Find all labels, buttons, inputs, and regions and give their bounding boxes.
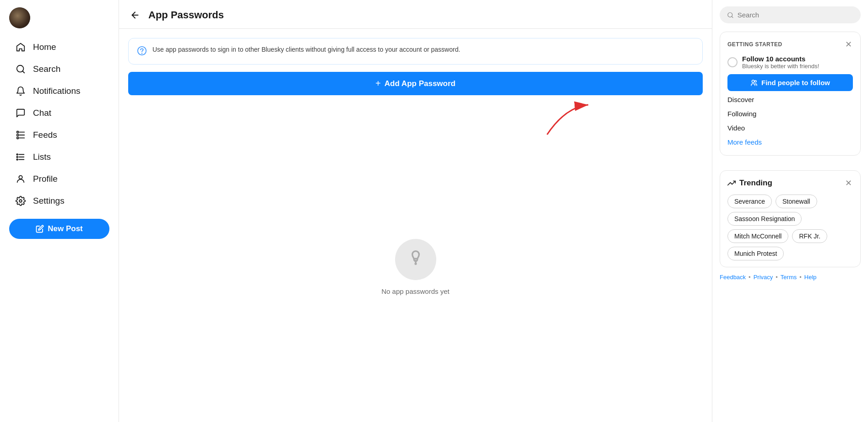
svg-point-9 [16, 157, 18, 158]
page-header: App Passwords [119, 0, 712, 29]
search-input[interactable] [738, 11, 853, 19]
svg-line-1 [22, 71, 24, 73]
follow-title: Follow 10 accounts [742, 55, 819, 63]
feed-links: Discover Following Video More feeds [727, 93, 853, 149]
tag-munich-protest[interactable]: Munich Protest [727, 247, 784, 260]
progress-circle [727, 57, 738, 67]
info-box: Use app passwords to sign in to other Bl… [128, 38, 703, 65]
find-people-button[interactable]: Find people to follow [727, 74, 853, 91]
left-sidebar: Home Search Notifications Chat [0, 0, 119, 422]
page-body: Use app passwords to sign in to other Bl… [119, 29, 712, 422]
svg-rect-6 [17, 137, 19, 139]
right-sidebar: GETTING STARTED ✕ Follow 10 accounts Blu… [712, 0, 868, 422]
getting-started-header: GETTING STARTED ✕ [727, 38, 853, 50]
home-icon [15, 41, 27, 53]
add-app-password-button[interactable]: + Add App Password [128, 72, 703, 95]
close-icon: ✕ [845, 39, 852, 49]
trending-title-row: Trending [727, 179, 772, 188]
tag-mitch-mcconnell[interactable]: Mitch McConnell [727, 229, 788, 243]
settings-icon [15, 195, 27, 207]
footer-links: Feedback • Privacy • Terms • Help [720, 274, 861, 281]
find-people-icon [750, 79, 758, 87]
follow-progress: Follow 10 accounts Bluesky is better wit… [727, 55, 853, 70]
svg-point-17 [142, 53, 142, 54]
getting-started-close-button[interactable]: ✕ [844, 38, 853, 50]
footer-link-feedback[interactable]: Feedback [720, 274, 746, 281]
search-box-icon [727, 11, 734, 19]
empty-state: No app passwords yet [128, 103, 703, 413]
back-button[interactable] [128, 8, 142, 22]
footer-link-terms[interactable]: Terms [781, 274, 797, 281]
footer-link-privacy[interactable]: Privacy [754, 274, 773, 281]
sidebar-item-notifications[interactable]: Notifications [9, 81, 109, 102]
empty-icon [395, 239, 436, 280]
find-people-label: Find people to follow [761, 79, 830, 87]
svg-point-14 [19, 176, 22, 179]
search-icon [15, 63, 27, 75]
sidebar-item-lists[interactable]: Lists [9, 146, 109, 168]
tag-sassoon-resignation[interactable]: Sassoon Resignation [727, 212, 802, 226]
trending-header: Trending ✕ [727, 177, 853, 189]
feed-link-following[interactable]: Following [727, 107, 853, 120]
new-post-label: New Post [48, 224, 83, 233]
info-text: Use app passwords to sign in to other Bl… [152, 45, 460, 54]
page-title: App Passwords [148, 9, 224, 21]
svg-line-22 [732, 16, 733, 17]
sidebar-item-settings-label: Settings [33, 196, 65, 206]
trending-title: Trending [739, 179, 772, 188]
sidebar-item-lists-label: Lists [33, 152, 51, 162]
feed-link-more-feeds[interactable]: More feeds [727, 135, 853, 149]
main-content: App Passwords Use app passwords to sign … [119, 0, 712, 422]
tag-rfk-jr[interactable]: RFK Jr. [792, 229, 827, 243]
search-box[interactable] [720, 6, 861, 23]
sidebar-item-home-label: Home [33, 42, 56, 52]
svg-rect-2 [17, 131, 19, 133]
sidebar-item-settings[interactable]: Settings [9, 190, 109, 211]
svg-point-24 [752, 80, 754, 82]
getting-started-label: GETTING STARTED [727, 41, 782, 48]
trending-tags: Severance Stonewall Sassoon Resignation … [727, 195, 853, 260]
sidebar-item-home[interactable]: Home [9, 37, 109, 58]
getting-started-section: GETTING STARTED ✕ Follow 10 accounts Blu… [720, 32, 861, 156]
footer-link-help[interactable]: Help [804, 274, 817, 281]
feed-link-video[interactable]: Video [727, 121, 853, 135]
follow-subtitle: Bluesky is better with friends! [742, 63, 819, 70]
empty-state-text: No app passwords yet [381, 287, 449, 295]
svg-point-10 [16, 159, 18, 160]
sidebar-item-chat-label: Chat [33, 108, 51, 118]
follow-text-group: Follow 10 accounts Bluesky is better wit… [742, 55, 819, 70]
svg-point-15 [19, 200, 22, 202]
profile-icon [15, 173, 27, 185]
new-post-icon [36, 225, 44, 233]
lists-icon [15, 151, 27, 163]
feed-link-discover[interactable]: Discover [727, 93, 853, 106]
avatar[interactable] [9, 7, 30, 28]
sidebar-item-search[interactable]: Search [9, 59, 109, 80]
trending-close-button[interactable]: ✕ [844, 177, 853, 189]
info-icon [137, 46, 147, 58]
tag-stonewall[interactable]: Stonewall [776, 195, 817, 208]
trending-icon [727, 179, 736, 187]
sidebar-item-chat[interactable]: Chat [9, 103, 109, 124]
trending-section: Trending ✕ Severance Stonewall Sassoon R… [720, 170, 861, 267]
plus-icon: + [375, 78, 381, 89]
feeds-icon [15, 129, 27, 141]
svg-point-23 [754, 80, 756, 82]
svg-rect-4 [17, 134, 19, 136]
sidebar-item-search-label: Search [33, 64, 60, 74]
bell-icon [15, 85, 27, 97]
sidebar-item-profile[interactable]: Profile [9, 168, 109, 189]
add-password-label: Add App Password [385, 79, 456, 88]
tag-severance[interactable]: Severance [727, 195, 772, 208]
sidebar-item-notifications-label: Notifications [33, 86, 81, 96]
trending-close-icon: ✕ [845, 178, 852, 188]
sidebar-item-profile-label: Profile [33, 174, 58, 184]
new-post-button[interactable]: New Post [9, 219, 109, 239]
back-icon [130, 10, 140, 20]
chat-icon [15, 107, 27, 119]
arrow-indicator [538, 98, 597, 139]
sidebar-item-feeds-label: Feeds [33, 130, 57, 140]
svg-point-8 [16, 154, 18, 155]
sidebar-item-feeds[interactable]: Feeds [9, 124, 109, 146]
svg-point-20 [415, 263, 416, 264]
